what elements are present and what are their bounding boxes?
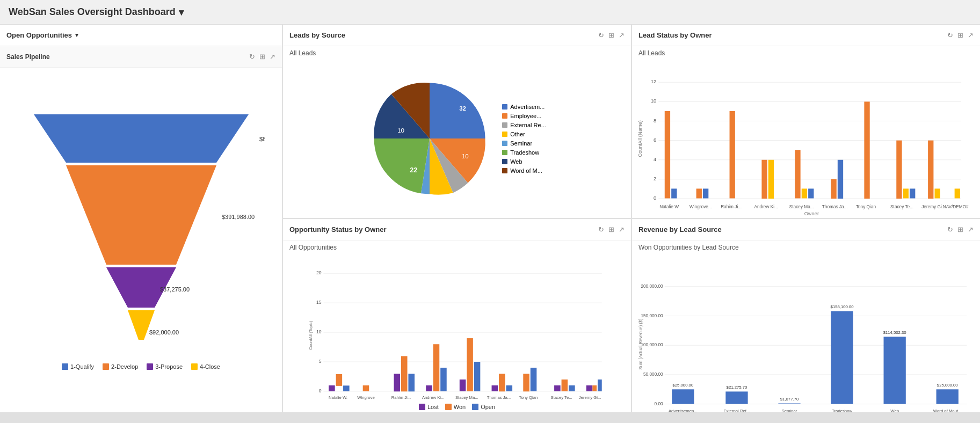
revenue-svg: 0.00 50,000.00 100,000.00 150,000.00 200… [634,256,978,412]
pie-leg-seminar: Seminar [502,140,546,147]
opp-label-jeremy: Jeremy Gi... [579,395,601,400]
sales-pipeline-subheader: Sales Pipeline ↻ ⊞ ↗ [0,46,282,68]
bar-group-nav: NAV/DEMO# [943,188,969,209]
lead-status-refresh-icon[interactable]: ↻ [947,31,953,39]
rev-y-150k: 150,000.00 [641,313,663,318]
label-staceym: Stacey Ma... [789,205,814,209]
opp-status-title: Opportunity Status by Owner [289,225,387,234]
opp-bar-staceyt-open [569,385,575,391]
opp-y-20: 20 [316,270,322,275]
legend-develop-dot [103,363,109,370]
legend-won-dot [445,404,452,410]
lead-status-subtitle: All Leads [632,46,980,59]
revenue-expand-icon[interactable]: ↗ [968,225,974,234]
opp-bar-wingrove-won [363,385,369,391]
bar-group-wingrove: Wingrove... [689,188,712,209]
opp-y-axis-title: CountAll (Topic) [308,320,313,350]
bar-group-staceyt: Stacey Te... [890,141,915,209]
opp-bar-thomas-open [506,385,513,391]
opp-label-andrew: Andrew Ki... [422,395,444,400]
legend-lost-label: Lost [427,404,439,410]
leads-refresh-icon[interactable]: ↻ [598,31,604,39]
opp-y-15: 15 [316,300,322,305]
legend-lost: Lost [419,404,439,410]
bar-nav-contacted [955,188,960,198]
opp-label-wingrove: Wingrove [357,395,374,400]
pie-label-right: 10 [462,153,469,159]
pie-seg-advertisem [430,83,485,139]
panel-open-opportunities: Open Opportunities ▾ Sales Pipeline ↻ ⊞ … [0,25,282,412]
opp-bar-andrew: Andrew Ki... [422,344,447,400]
label-tony: Tony Qian [856,205,876,209]
revenue-refresh-icon[interactable]: ↻ [947,225,953,234]
label-thomas: Thomas Ja... [822,205,848,209]
rev-bar-wom [937,389,959,404]
legend-propose: 3-Propose [147,363,183,370]
bar-tony-qualified [864,101,869,199]
bar-staceym-new [808,188,814,198]
bar-andrew-contacted [768,160,774,199]
pie-leg-employee: Employee... [502,113,546,119]
pie-leg-employee-color [502,113,507,119]
lead-status-expand-icon[interactable]: ↗ [968,31,974,39]
lead-status-svg: 0 2 4 6 8 10 12 CountAll (Name) [634,61,978,216]
pie-leg-wordofm: Word of M... [502,167,546,174]
opp-status-expand-icon[interactable]: ↗ [619,225,625,234]
opp-bar-rahim-won [401,356,408,391]
funnel-label-1: $80,000.00 [259,136,265,142]
app-title-chevron[interactable]: ▾ [179,6,184,18]
lead-status-table-icon[interactable]: ⊞ [957,31,963,39]
table-icon[interactable]: ⊞ [259,53,265,61]
revenue-title: Revenue by Lead Source [638,225,722,234]
label-andrew: Andrew Ki... [754,205,778,209]
panel-lead-status-by-owner: Lead Status by Owner ↻ ⊞ ↗ All Leads 0 2… [632,25,980,218]
opp-bar-tony-won [523,374,529,391]
funnel-chart: $80,000.00 $391,988.00 $37,275.00 $92,00… [4,68,278,408]
pie-leg-other-label: Other [510,131,525,137]
legend-open: Open [472,404,495,410]
legend-develop-label: 2-Develop [111,363,138,370]
rev-label-sem: $1,077.70 [780,397,798,402]
open-opps-chevron[interactable]: ▾ [75,32,78,39]
lead-status-y-title: CountAll (Name) [637,120,643,157]
leads-source-header: Leads by Source ↻ ⊞ ↗ [283,25,631,46]
opp-y-5: 5 [319,359,322,364]
bar-staceyt-new [910,188,915,198]
opp-bar-thomas: Thomas Ja... [487,374,512,400]
opp-y-0: 0 [319,388,322,393]
bar-natalie-new [671,188,677,198]
panel-leads-by-source: Leads by Source ↻ ⊞ ↗ All Leads [283,25,631,218]
label-natalie: Natalie W. [659,205,680,209]
opp-bar-staceym-won [467,338,473,391]
opp-bar-jeremy-open [598,380,602,391]
refresh-icon[interactable]: ↻ [249,53,255,61]
pie-seg-tradeshow [374,138,430,193]
revenue-table-icon[interactable]: ⊞ [957,225,963,234]
funnel-stage-2 [66,165,216,265]
opp-bar-andrew-open [440,368,447,391]
expand-icon[interactable]: ↗ [270,53,275,61]
label-wingrove: Wingrove... [689,205,712,209]
bar-wingrove-new [703,188,708,198]
pie-legend: Advertisem... Employee... External Re...… [502,104,546,174]
opp-bar-rahim-open [408,374,415,391]
opp-label-thomas: Thomas Ja... [487,395,511,400]
leads-expand-icon[interactable]: ↗ [619,31,625,39]
rev-y-50k: 50,000.00 [643,372,663,377]
funnel-label-4: $92,000.00 [149,329,179,336]
pie-leg-external: External Re... [502,122,546,128]
opp-label-staceym: Stacey Ma... [455,395,478,400]
panel-opp-status-by-owner: Opportunity Status by Owner ↻ ⊞ ↗ All Op… [283,219,631,412]
bar-thomas-new [838,160,843,199]
opp-status-table-icon[interactable]: ⊞ [608,225,614,234]
y-axis-2: 2 [654,176,656,181]
revenue-body: 0.00 50,000.00 100,000.00 150,000.00 200… [632,253,980,412]
legend-close-label: 4-Close [200,363,220,370]
y-axis-12: 12 [651,79,656,84]
rev-bar-trade [831,311,853,404]
funnel-label-2: $391,988.00 [222,214,255,220]
opp-status-subtitle: All Opportunities [283,240,631,253]
leads-table-icon[interactable]: ⊞ [608,31,614,39]
opp-status-refresh-icon[interactable]: ↻ [598,225,604,234]
funnel-legend: 1-Qualify 2-Develop 3-Propose 4-Close [62,361,220,372]
